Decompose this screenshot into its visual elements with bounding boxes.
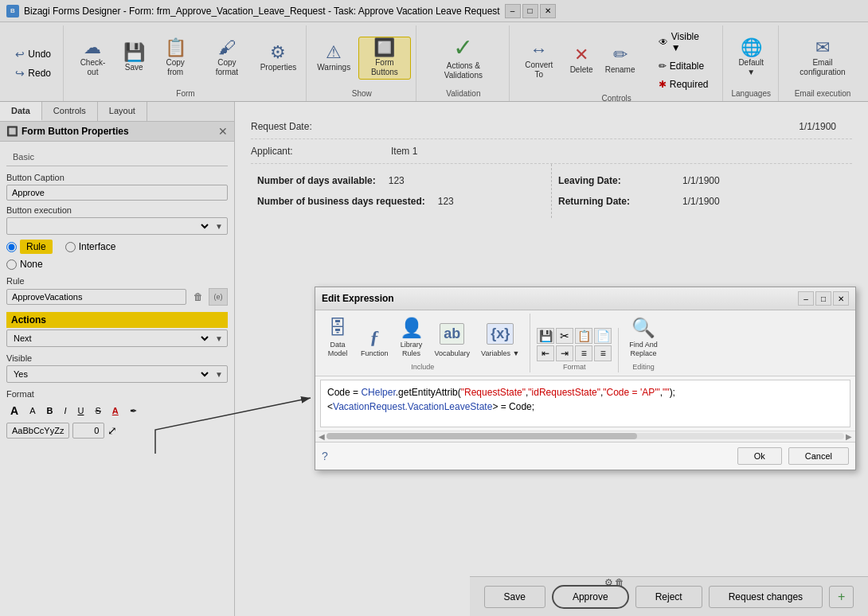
variables-button[interactable]: {x} Variables ▼ [477, 320, 523, 361]
align-left-button[interactable]: ≡ [575, 345, 592, 361]
dialog-editing-group: 🔍 Find AndReplace Editing [625, 314, 668, 372]
indent-right-button[interactable]: ⇥ [556, 345, 573, 361]
dialog-title: Edit Expression [322, 293, 394, 304]
dialog-format-group: 💾 ✂ 📋 📄 ⇤ ⇥ ≡ ≡ Format [537, 328, 619, 372]
scroll-track[interactable] [326, 433, 844, 439]
data-model-icon: 🗄 [328, 317, 347, 339]
dialog-toolbar: 🗄 DataModel ƒ Function 👤 LibraryRules ab… [315, 310, 855, 376]
dialog-cancel-button[interactable]: Cancel [788, 447, 849, 465]
code-line-2: <VacationRequest.VacationLeaveState> = C… [327, 400, 843, 414]
code-line-1: Code = CHelper.getEntityAttrib("RequestS… [327, 385, 843, 400]
find-replace-icon: 🔍 [631, 317, 655, 339]
scrollbar[interactable]: ◀ ▶ [315, 431, 855, 442]
dialog-minimize-button[interactable]: – [798, 291, 814, 306]
dialog-maximize-button[interactable]: □ [815, 291, 831, 306]
scroll-thumb[interactable] [326, 433, 637, 439]
indent-left-button[interactable]: ⇤ [537, 345, 554, 361]
function-icon: ƒ [369, 326, 379, 348]
copy-expr-button[interactable]: 📋 [575, 328, 592, 344]
paste-button[interactable]: 📄 [594, 328, 612, 344]
dialog-controls[interactable]: – □ ✕ [798, 291, 849, 306]
help-icon[interactable]: ? [322, 450, 328, 462]
scroll-left-icon[interactable]: ◀ [319, 432, 325, 441]
vocabulary-button[interactable]: ab Vocabulary [431, 320, 475, 361]
cut-button[interactable]: ✂ [556, 328, 573, 344]
dialog-include-group: 🗄 DataModel ƒ Function 👤 LibraryRules ab… [322, 314, 530, 372]
dialog-close-button[interactable]: ✕ [833, 291, 849, 306]
data-model-button[interactable]: 🗄 DataModel [322, 314, 354, 361]
scroll-right-icon[interactable]: ▶ [846, 432, 852, 441]
function-button[interactable]: ƒ Function [357, 323, 393, 361]
library-rules-button[interactable]: 👤 LibraryRules [396, 314, 428, 361]
edit-expression-dialog: Edit Expression – □ ✕ 🗄 DataModel ƒ Func… [315, 287, 856, 470]
library-icon: 👤 [400, 317, 424, 339]
save-expr-button[interactable]: 💾 [537, 328, 554, 344]
vocabulary-icon: ab [440, 323, 464, 345]
find-replace-button[interactable]: 🔍 Find AndReplace [625, 314, 662, 361]
align-right-button[interactable]: ≡ [594, 345, 612, 361]
variables-icon: {x} [487, 323, 514, 345]
dialog-action-buttons: Ok Cancel [737, 447, 849, 465]
dialog-footer: ? Ok Cancel [315, 442, 855, 470]
code-editor[interactable]: Code = CHelper.getEntityAttrib("RequestS… [320, 380, 850, 427]
dialog-titlebar: Edit Expression – □ ✕ [315, 287, 855, 310]
dialog-ok-button[interactable]: Ok [737, 447, 782, 465]
